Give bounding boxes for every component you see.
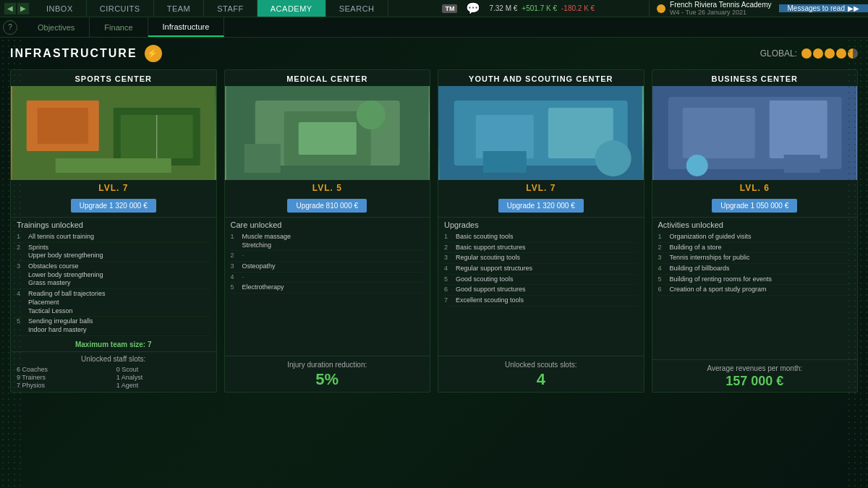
- nav-item-inbox[interactable]: Inbox: [33, 0, 87, 17]
- nav-item-staff[interactable]: Staff: [204, 0, 258, 17]
- nav-items: Inbox Circuits Team Staff Academy Search: [33, 0, 388, 17]
- stat-label: Injury duration reduction:: [231, 361, 425, 369]
- list-item: 2 SprintsUpper body strengthening: [17, 243, 210, 262]
- sub-nav: ? Objectives Finance Infrastructure: [0, 17, 868, 38]
- messages-arrow-icon: ▶▶: [848, 4, 859, 12]
- list-item: 3 Regular scouting tools: [444, 253, 638, 264]
- nav-right: French Riviera Tennis Academy W4 - Tue 2…: [649, 1, 868, 16]
- nav-arrows: ◀ ▶: [0, 3, 33, 14]
- medical-upgrade-button[interactable]: Upgrade 810 000 €: [287, 199, 367, 213]
- svg-rect-24: [783, 155, 820, 173]
- medical-list: 1 Muscle massageStretching 2 - 3 Osteopa…: [225, 231, 430, 356]
- sports-image: [11, 86, 216, 180]
- svg-point-23: [686, 155, 707, 176]
- list-item: 6 Creation of a sport study program: [658, 285, 852, 296]
- list-item: 5 Building of renting rooms for events: [658, 275, 852, 286]
- stat-value: 4: [444, 370, 638, 389]
- list-item: 4 Reading of ball trajectoriesPlacementT…: [17, 289, 210, 317]
- svg-point-17: [595, 140, 631, 176]
- slots-label: Unlocked staff slots:: [17, 355, 210, 363]
- slot-trainers: 9 Trainers: [17, 374, 111, 381]
- list-item: 3 Osteopathy: [231, 262, 425, 273]
- svg-rect-10: [298, 122, 356, 155]
- list-item: 5 Sending irregular ballsIndoor hard mas…: [17, 317, 210, 335]
- nav-item-search[interactable]: Search: [326, 0, 388, 17]
- nav-item-academy[interactable]: Academy: [258, 0, 326, 17]
- youth-title: YOUTH AND SCOUTING CENTER: [438, 70, 644, 86]
- business-list: 1 Organization of guided visits 2 Buildi…: [652, 231, 858, 359]
- list-item: 1 Muscle massageStretching: [231, 232, 425, 251]
- list-item: 2 Basic support structures: [444, 243, 638, 254]
- card-sports: SPORTS CENTER LVL. 7 Upgrade 1 320 000 €…: [10, 69, 217, 393]
- main-content: INFRASTRUCTURE ⚡ GLOBAL: SPORTS CENTER: [0, 38, 868, 488]
- nav-item-circuits[interactable]: Circuits: [87, 0, 154, 17]
- sports-level: LVL. 7: [11, 180, 216, 196]
- nav-finance: 7.32 M € +501.7 K € -180.2 K €: [489, 4, 595, 12]
- slot-agent: 1 Agent: [116, 382, 210, 389]
- global-coins: [801, 48, 858, 59]
- list-item: 4 Building of billboards: [658, 264, 852, 275]
- nav-center: TM 💬 7.32 M € +501.7 K € -180.2 K €: [388, 1, 650, 15]
- top-nav: ◀ ▶ Inbox Circuits Team Staff Academy Se…: [0, 0, 868, 17]
- expense: -180.2 K €: [561, 4, 595, 12]
- coin-3: [825, 48, 835, 59]
- stat-value: 157 000 €: [658, 374, 852, 389]
- business-image: [652, 86, 858, 180]
- list-item: 4 Regular support structures: [444, 264, 638, 275]
- nav-item-team[interactable]: Team: [154, 0, 205, 17]
- svg-rect-21: [682, 108, 754, 158]
- svg-point-11: [356, 100, 385, 129]
- back-button[interactable]: ◀: [4, 3, 16, 14]
- list-item: 7 Excellent scouting tools: [444, 296, 638, 307]
- sub-nav-infrastructure[interactable]: Infrastructure: [148, 17, 225, 37]
- income: +501.7 K €: [522, 4, 557, 12]
- list-item: 1 Organization of guided visits: [658, 232, 852, 243]
- club-icon: [657, 4, 665, 13]
- list-item: 5 Good scouting tools: [444, 275, 638, 286]
- sub-nav-objectives[interactable]: Objectives: [23, 17, 90, 37]
- tm-logo: TM: [442, 4, 457, 13]
- balance: 7.32 M €: [489, 4, 517, 12]
- youth-list: 1 Basic scouting tools 2 Basic support s…: [438, 231, 644, 356]
- nav-club: French Riviera Tennis Academy W4 - Tue 2…: [649, 1, 778, 16]
- sports-list: 1 All tennis court training 2 SprintsUpp…: [11, 231, 216, 338]
- stat-label: Average revenues per month:: [658, 364, 852, 372]
- business-title: BUSINESS CENTER: [652, 70, 858, 86]
- list-item: 1 Basic scouting tools: [444, 232, 638, 243]
- infra-title-text: INFRASTRUCTURE: [10, 47, 137, 60]
- infra-badge-icon: ⚡: [145, 45, 162, 62]
- list-item: 4 -: [231, 273, 425, 283]
- card-youth: YOUTH AND SCOUTING CENTER LVL. 7 Upgrade…: [438, 69, 644, 393]
- medical-stat: Injury duration reduction: 5%: [225, 356, 430, 392]
- youth-image: [438, 86, 644, 180]
- cards-grid: SPORTS CENTER LVL. 7 Upgrade 1 320 000 €…: [10, 69, 858, 393]
- infra-title-group: INFRASTRUCTURE ⚡: [10, 45, 162, 62]
- sports-section-label: Trainings unlocked: [11, 217, 216, 231]
- stat-label: Unlocked scouts slots:: [444, 361, 638, 369]
- global-label: GLOBAL:: [760, 48, 797, 59]
- infra-header: INFRASTRUCTURE ⚡ GLOBAL:: [10, 45, 858, 62]
- help-button[interactable]: ?: [3, 20, 17, 35]
- youth-level: LVL. 7: [438, 180, 644, 196]
- card-medical: MEDICAL CENTER LVL. 5 Upgrade 810 000 € …: [224, 69, 431, 393]
- slot-scout: 0 Scout: [116, 366, 210, 373]
- stat-value: 5%: [231, 370, 425, 389]
- team-size-row: Maximum team size: 7: [11, 338, 216, 351]
- messages-button[interactable]: Messages to read ▶▶: [779, 4, 869, 12]
- list-item: 5 Electrotherapy: [231, 283, 425, 294]
- club-name: French Riviera Tennis Academy W4 - Tue 2…: [670, 1, 771, 16]
- medical-title: MEDICAL CENTER: [225, 70, 430, 86]
- chat-icon: 💬: [466, 1, 480, 15]
- sports-title: SPORTS CENTER: [11, 70, 216, 86]
- youth-stat: Unlocked scouts slots: 4: [438, 356, 644, 392]
- youth-upgrade-button[interactable]: Upgrade 1 320 000 €: [498, 199, 584, 213]
- forward-button[interactable]: ▶: [17, 3, 29, 14]
- slot-analyst: 1 Analyst: [116, 374, 210, 381]
- list-item: 3 Tennis internships for public: [658, 253, 852, 264]
- business-level: LVL. 6: [652, 180, 858, 196]
- svg-rect-12: [244, 144, 280, 173]
- sub-nav-finance[interactable]: Finance: [90, 17, 148, 37]
- slot-coaches: 6 Coaches: [17, 366, 111, 373]
- business-upgrade-button[interactable]: Upgrade 1 050 000 €: [712, 199, 797, 213]
- sports-upgrade-button[interactable]: Upgrade 1 320 000 €: [71, 199, 156, 213]
